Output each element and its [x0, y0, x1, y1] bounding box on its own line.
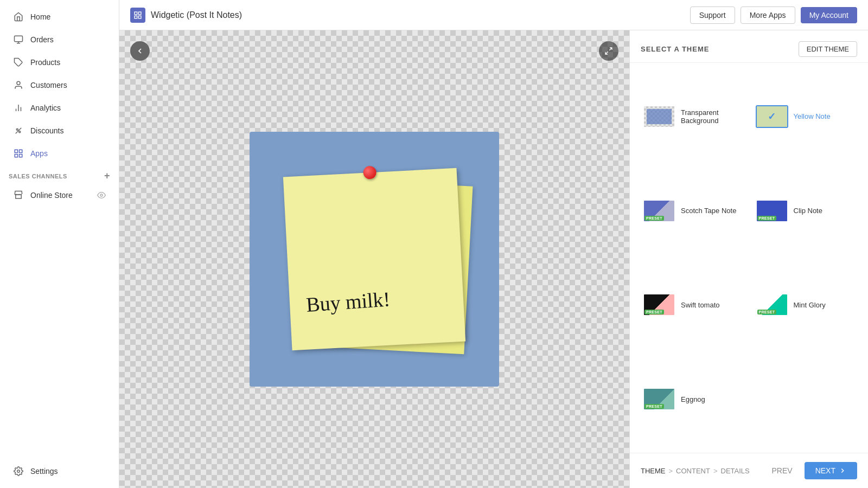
svg-point-4	[17, 81, 20, 85]
post-it-text: Buy milk!	[305, 281, 454, 318]
theme-thumbnail-mint: PRESET	[756, 293, 788, 316]
post-it-note: Buy milk!	[283, 168, 465, 350]
sidebar-item-settings[interactable]: Settings	[4, 460, 114, 482]
online-store-icon	[13, 190, 24, 201]
svg-rect-18	[138, 12, 141, 15]
theme-thumbnail-swift: PRESET	[643, 293, 675, 316]
svg-point-8	[16, 129, 18, 130]
settings-icon	[13, 466, 24, 477]
theme-item-eggnog[interactable]: PRESET Eggnog	[641, 356, 745, 442]
theme-item-transparent[interactable]: Transparent Background	[641, 74, 745, 159]
theme-panel-header: SELECT A THEME EDIT THEME	[630, 30, 868, 63]
preview-panel: Buy milk!	[119, 30, 629, 488]
breadcrumb-step3: DETAILS	[721, 467, 750, 475]
sidebar-item-analytics[interactable]: Analytics	[4, 97, 114, 119]
expand-button[interactable]	[599, 41, 618, 61]
edit-theme-button[interactable]: EDIT THEME	[799, 41, 857, 57]
svg-rect-17	[135, 12, 137, 15]
sidebar-item-discounts[interactable]: Discounts	[4, 120, 114, 142]
account-button[interactable]: My Account	[801, 7, 857, 23]
theme-name-transparent: Transparent Background	[681, 108, 743, 125]
sidebar-item-orders-label: Orders	[30, 35, 54, 44]
topbar-right: Support More Apps My Account	[690, 7, 857, 24]
svg-rect-19	[138, 16, 141, 18]
svg-rect-11	[15, 150, 17, 152]
theme-thumbnail-eggnog: PRESET	[643, 388, 675, 410]
post-it-preview: Buy milk!	[250, 132, 499, 387]
theme-name-yellow: Yellow Note	[794, 112, 831, 120]
topbar-title: Widgetic (Post It Notes)	[151, 10, 242, 20]
theme-thumbnail-transparent	[643, 105, 675, 128]
thumb-transparent-visual	[644, 106, 674, 127]
preset-badge-mint: PRESET	[757, 310, 777, 314]
app-icon	[130, 8, 145, 23]
support-button[interactable]: Support	[690, 7, 735, 24]
sidebar-item-home-label: Home	[30, 12, 50, 21]
sales-channels-header: SALES CHANNELS +	[0, 165, 119, 184]
add-sales-channel-icon[interactable]: +	[104, 170, 110, 182]
svg-point-15	[100, 194, 103, 196]
theme-name-swift: Swift tomato	[681, 301, 720, 309]
svg-rect-12	[20, 150, 22, 152]
sidebar-item-products[interactable]: Products	[4, 52, 114, 73]
sidebar: Home Orders Products Customers Analytics…	[0, 0, 119, 488]
sidebar-item-settings-label: Settings	[30, 467, 58, 476]
theme-item-clip[interactable]: PRESET Clip Note	[754, 168, 858, 254]
sidebar-item-apps[interactable]: Apps	[4, 143, 114, 164]
svg-rect-0	[15, 36, 23, 42]
theme-name-eggnog: Eggnog	[681, 395, 705, 403]
selected-overlay: ✓	[757, 106, 787, 127]
theme-name-clip: Clip Note	[794, 207, 822, 215]
online-store-visibility-icon[interactable]	[97, 191, 106, 200]
topbar-left: Widgetic (Post It Notes)	[130, 8, 242, 23]
sidebar-item-discounts-label: Discounts	[30, 126, 63, 135]
theme-item-yellow[interactable]: ✓ Yellow Note	[754, 74, 858, 159]
sales-channels-label: SALES CHANNELS	[9, 173, 67, 179]
theme-panel-title: SELECT A THEME	[641, 45, 709, 53]
next-button[interactable]: NEXT	[805, 462, 857, 479]
preset-badge-scotch: PRESET	[644, 216, 664, 221]
sidebar-item-customers-label: Customers	[30, 81, 67, 89]
main-area: Widgetic (Post It Notes) Support More Ap…	[119, 0, 868, 488]
prev-button[interactable]: PREV	[763, 462, 801, 479]
theme-footer: THEME > CONTENT > DETAILS PREV NEXT	[630, 453, 868, 488]
back-button[interactable]	[130, 41, 150, 61]
theme-item-swift[interactable]: PRESET Swift tomato	[641, 262, 745, 348]
sidebar-item-online-store[interactable]: Online Store	[4, 184, 114, 206]
home-icon	[13, 11, 24, 22]
theme-name-scotch: Scotch Tape Note	[681, 207, 736, 215]
sidebar-item-analytics-label: Analytics	[30, 104, 61, 112]
svg-rect-13	[20, 155, 22, 157]
theme-item-scotch[interactable]: PRESET Scotch Tape Note	[641, 168, 745, 254]
theme-panel: SELECT A THEME EDIT THEME Transparent Ba…	[629, 30, 868, 488]
svg-rect-14	[15, 155, 17, 157]
sidebar-item-products-label: Products	[30, 58, 60, 67]
content-area: Buy milk! SELECT A THEME EDIT THEME Tran…	[119, 30, 868, 488]
footer-nav: PREV NEXT	[763, 462, 857, 479]
theme-thumbnail-scotch: PRESET	[643, 200, 675, 222]
orders-icon	[13, 34, 24, 45]
topbar: Widgetic (Post It Notes) Support More Ap…	[119, 0, 868, 30]
sidebar-item-apps-label: Apps	[30, 149, 48, 158]
sidebar-item-online-store-label: Online Store	[30, 191, 73, 200]
more-apps-button[interactable]: More Apps	[741, 7, 795, 24]
theme-name-mint: Mint Glory	[794, 301, 826, 309]
svg-point-16	[17, 470, 20, 473]
preset-badge-swift: PRESET	[644, 310, 664, 314]
discounts-icon	[13, 125, 24, 136]
breadcrumb-sep1: >	[669, 467, 673, 475]
post-it-pin	[363, 166, 376, 179]
theme-item-mint[interactable]: PRESET Mint Glory	[754, 262, 858, 348]
svg-point-9	[19, 131, 21, 133]
breadcrumb-step2: CONTENT	[676, 467, 710, 475]
preset-badge-eggnog: PRESET	[644, 404, 664, 409]
preset-badge-clip: PRESET	[757, 216, 777, 221]
analytics-icon	[13, 102, 24, 113]
apps-icon	[13, 148, 24, 159]
checkmark-icon: ✓	[768, 111, 776, 123]
sidebar-item-home[interactable]: Home	[4, 6, 114, 28]
theme-thumbnail-clip: PRESET	[756, 200, 788, 222]
sidebar-item-customers[interactable]: Customers	[4, 74, 114, 96]
sidebar-item-orders[interactable]: Orders	[4, 29, 114, 50]
customers-icon	[13, 80, 24, 91]
